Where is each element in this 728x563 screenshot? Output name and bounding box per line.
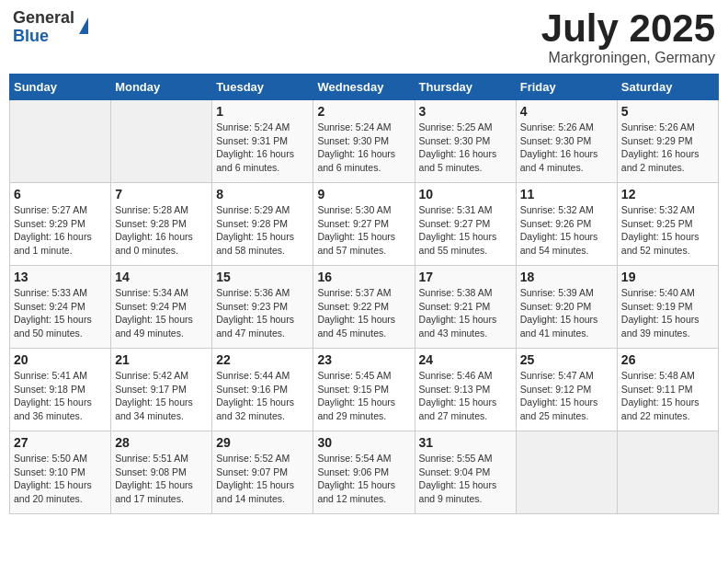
day-info: Sunrise: 5:29 AM Sunset: 9:28 PM Dayligh… [216,203,309,258]
day-number: 14 [115,270,208,284]
day-number: 17 [419,270,512,284]
day-number: 7 [115,187,208,201]
day-info: Sunrise: 5:42 AM Sunset: 9:17 PM Dayligh… [115,369,208,423]
calendar-cell: 8Sunrise: 5:29 AM Sunset: 9:28 PM Daylig… [212,183,313,266]
day-info: Sunrise: 5:41 AM Sunset: 9:18 PM Dayligh… [14,369,107,423]
day-info: Sunrise: 5:32 AM Sunset: 9:26 PM Dayligh… [520,203,613,258]
day-number: 10 [419,187,512,201]
day-number: 25 [520,352,613,367]
day-info: Sunrise: 5:51 AM Sunset: 9:08 PM Dayligh… [115,452,208,506]
day-info: Sunrise: 5:47 AM Sunset: 9:12 PM Dayligh… [520,369,613,423]
calendar-cell: 20Sunrise: 5:41 AM Sunset: 9:18 PM Dayli… [10,349,111,431]
day-number: 31 [419,435,512,450]
logo: General Blue [13,9,88,46]
calendar-cell: 21Sunrise: 5:42 AM Sunset: 9:17 PM Dayli… [111,349,212,431]
day-number: 11 [520,187,613,201]
day-info: Sunrise: 5:50 AM Sunset: 9:10 PM Dayligh… [14,452,107,506]
day-number: 16 [317,270,410,284]
day-info: Sunrise: 5:31 AM Sunset: 9:27 PM Dayligh… [419,203,512,258]
calendar-cell: 9Sunrise: 5:30 AM Sunset: 9:27 PM Daylig… [313,183,415,266]
weekday-header-monday: Monday [111,75,212,100]
day-info: Sunrise: 5:32 AM Sunset: 9:25 PM Dayligh… [621,203,714,258]
calendar-cell [111,100,212,183]
weekday-header-saturday: Saturday [617,75,718,100]
calendar-cell: 13Sunrise: 5:33 AM Sunset: 9:24 PM Dayli… [10,266,111,349]
calendar-cell: 29Sunrise: 5:52 AM Sunset: 9:07 PM Dayli… [212,431,313,514]
day-info: Sunrise: 5:37 AM Sunset: 9:22 PM Dayligh… [317,286,410,340]
calendar-cell: 4Sunrise: 5:26 AM Sunset: 9:30 PM Daylig… [516,100,617,183]
day-number: 5 [621,104,714,119]
day-number: 12 [621,187,714,201]
day-number: 27 [14,435,107,450]
calendar-cell: 7Sunrise: 5:28 AM Sunset: 9:28 PM Daylig… [111,183,212,266]
day-number: 15 [216,270,309,284]
day-number: 13 [14,270,107,284]
page-header: General Blue July 2025 Markgroningen, Ge… [9,9,719,66]
calendar-cell: 5Sunrise: 5:26 AM Sunset: 9:29 PM Daylig… [617,100,718,183]
day-info: Sunrise: 5:28 AM Sunset: 9:28 PM Dayligh… [115,203,208,258]
calendar-cell: 24Sunrise: 5:46 AM Sunset: 9:13 PM Dayli… [415,349,516,431]
calendar-cell: 3Sunrise: 5:25 AM Sunset: 9:30 PM Daylig… [415,100,516,183]
calendar-cell: 23Sunrise: 5:45 AM Sunset: 9:15 PM Dayli… [313,349,415,431]
day-info: Sunrise: 5:34 AM Sunset: 9:24 PM Dayligh… [115,286,208,340]
day-number: 24 [419,352,512,367]
calendar-cell: 18Sunrise: 5:39 AM Sunset: 9:20 PM Dayli… [516,266,617,349]
calendar-cell [516,431,617,514]
day-number: 2 [317,104,410,119]
day-info: Sunrise: 5:39 AM Sunset: 9:20 PM Dayligh… [520,286,613,340]
day-number: 9 [317,187,410,201]
calendar-cell: 28Sunrise: 5:51 AM Sunset: 9:08 PM Dayli… [111,431,212,514]
day-info: Sunrise: 5:48 AM Sunset: 9:11 PM Dayligh… [621,369,714,423]
day-info: Sunrise: 5:26 AM Sunset: 9:30 PM Dayligh… [520,121,613,175]
calendar-cell: 27Sunrise: 5:50 AM Sunset: 9:10 PM Dayli… [10,431,111,514]
calendar-cell: 12Sunrise: 5:32 AM Sunset: 9:25 PM Dayli… [617,183,718,266]
day-number: 20 [14,352,107,367]
calendar-cell [10,100,111,183]
weekday-header-thursday: Thursday [415,75,516,100]
day-info: Sunrise: 5:25 AM Sunset: 9:30 PM Dayligh… [419,121,512,175]
calendar-cell: 16Sunrise: 5:37 AM Sunset: 9:22 PM Dayli… [313,266,415,349]
logo-blue: Blue [13,27,49,45]
calendar-cell: 14Sunrise: 5:34 AM Sunset: 9:24 PM Dayli… [111,266,212,349]
calendar-cell: 6Sunrise: 5:27 AM Sunset: 9:29 PM Daylig… [10,183,111,266]
day-number: 29 [216,435,309,450]
month-title: July 2025 [541,9,715,48]
day-number: 26 [621,352,714,367]
weekday-header-wednesday: Wednesday [313,75,415,100]
calendar-cell: 30Sunrise: 5:54 AM Sunset: 9:06 PM Dayli… [313,431,415,514]
day-number: 18 [520,270,613,284]
calendar-cell: 22Sunrise: 5:44 AM Sunset: 9:16 PM Dayli… [212,349,313,431]
day-info: Sunrise: 5:52 AM Sunset: 9:07 PM Dayligh… [216,452,309,506]
day-number: 19 [621,270,714,284]
day-number: 23 [317,352,410,367]
calendar-cell: 11Sunrise: 5:32 AM Sunset: 9:26 PM Dayli… [516,183,617,266]
day-info: Sunrise: 5:30 AM Sunset: 9:27 PM Dayligh… [317,203,410,258]
day-info: Sunrise: 5:24 AM Sunset: 9:30 PM Dayligh… [317,121,410,175]
calendar-cell: 26Sunrise: 5:48 AM Sunset: 9:11 PM Dayli… [617,349,718,431]
day-number: 1 [216,104,309,119]
calendar-cell: 2Sunrise: 5:24 AM Sunset: 9:30 PM Daylig… [313,100,415,183]
logo-general: General [13,8,74,27]
logo-triangle-icon [79,17,88,34]
day-number: 22 [216,352,309,367]
day-info: Sunrise: 5:45 AM Sunset: 9:15 PM Dayligh… [317,369,410,423]
day-number: 28 [115,435,208,450]
location: Markgroningen, Germany [541,50,715,66]
day-info: Sunrise: 5:33 AM Sunset: 9:24 PM Dayligh… [14,286,107,340]
day-number: 3 [419,104,512,119]
day-number: 21 [115,352,208,367]
calendar-cell: 10Sunrise: 5:31 AM Sunset: 9:27 PM Dayli… [415,183,516,266]
weekday-header-tuesday: Tuesday [212,75,313,100]
calendar-cell [617,431,718,514]
calendar-cell: 25Sunrise: 5:47 AM Sunset: 9:12 PM Dayli… [516,349,617,431]
day-number: 6 [14,187,107,201]
day-info: Sunrise: 5:38 AM Sunset: 9:21 PM Dayligh… [419,286,512,340]
calendar-cell: 17Sunrise: 5:38 AM Sunset: 9:21 PM Dayli… [415,266,516,349]
day-info: Sunrise: 5:36 AM Sunset: 9:23 PM Dayligh… [216,286,309,340]
calendar-table: SundayMondayTuesdayWednesdayThursdayFrid… [9,74,719,514]
day-info: Sunrise: 5:46 AM Sunset: 9:13 PM Dayligh… [419,369,512,423]
calendar-cell: 19Sunrise: 5:40 AM Sunset: 9:19 PM Dayli… [617,266,718,349]
calendar-cell: 15Sunrise: 5:36 AM Sunset: 9:23 PM Dayli… [212,266,313,349]
title-block: July 2025 Markgroningen, Germany [541,9,715,66]
weekday-header-friday: Friday [516,75,617,100]
